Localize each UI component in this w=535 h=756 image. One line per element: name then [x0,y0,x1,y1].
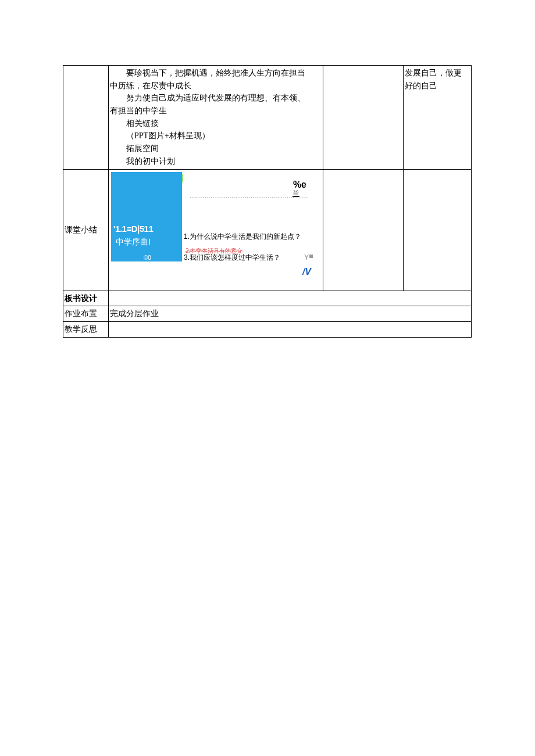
slide-code-text: '1.1≡D|511 [113,222,153,235]
slide-blue-panel: '1.1≡D|511 中学序曲I ©0 [111,172,182,261]
row-label-board-design: 板书设计 [63,291,109,306]
text-line: 发展自己，做更 [405,69,462,77]
cell-board-design-content [109,291,472,306]
row-label-class-summary: 课堂小结 [63,169,109,291]
green-bar-icon [182,174,183,182]
page: 要珍视当下，把握机遇，始终把准人生方向在担当 中历练，在尽责中成长 努力使自己成… [0,0,535,756]
text-line: 好的自己 [405,81,437,90]
cell-slide-thumbnail: '1.1≡D|511 中学序曲I ©0 %e .................… [109,169,323,291]
slide-copyright-mark: ©0 [144,253,151,263]
cell-r2c3 [323,169,404,291]
grey-square-icon [309,255,313,258]
table-row: 作业布置 完成分层作业 [63,306,472,322]
slide-question-1: 1.为什么说中学生活是我们的新起点？ [184,231,301,242]
slide-y-mark: Y [304,252,309,263]
table-row: 板书设计 [63,291,472,306]
cell-r1c4: 发展自己，做更 好的自己 [404,66,472,170]
text-line: （PPT图片+材料呈现） [110,130,322,142]
table-row: 教学反思 [63,321,472,337]
table-row: 要珍视当下，把握机遇，始终把准人生方向在担当 中历练，在尽责中成长 努力使自己成… [63,66,472,170]
slide-char-lan: 兰 [293,188,299,199]
cell-r1c3 [323,66,404,170]
text-line: 我的初中计划 [110,155,322,168]
text-line: 拓展空间 [110,142,322,155]
lesson-plan-table: 要珍视当下，把握机遇，始终把准人生方向在担当 中历练，在尽责中成长 努力使自己成… [63,65,472,338]
row-label-homework: 作业布置 [63,306,109,322]
text-line: 中历练，在尽责中成长 [110,80,322,92]
text-line: 要珍视当下，把握机遇，始终把准人生方向在担当 [110,67,322,80]
cell-reflection-content [109,321,472,337]
text-line: 相关链接 [110,117,322,130]
slide-nv-mark: /V [302,265,311,280]
cell-r2c4 [404,169,472,291]
ppt-slide-thumbnail: '1.1≡D|511 中学序曲I ©0 %e .................… [111,172,320,288]
row-label-teaching-reflection: 教学反思 [63,321,109,337]
slide-subtitle: 中学序曲I [116,236,151,249]
text-line: 努力使自己成为适应时代发展的有理想、有本领、 [110,92,322,105]
table-row: 课堂小结 '1.1≡D|511 中学序曲I ©0 %e ............… [63,169,472,291]
slide-question-3: 3.我们应该怎样度过中学生活？ [184,252,280,263]
cell-r1c2: 要珍视当下，把握机遇，始终把准人生方向在担当 中历练，在尽责中成长 努力使自己成… [109,66,323,170]
cell-homework-content: 完成分层作业 [109,306,472,322]
cell-r1c1 [63,66,109,170]
text-line: 有担当的中学生 [110,105,322,117]
dotted-line: ........................................… [190,192,308,201]
